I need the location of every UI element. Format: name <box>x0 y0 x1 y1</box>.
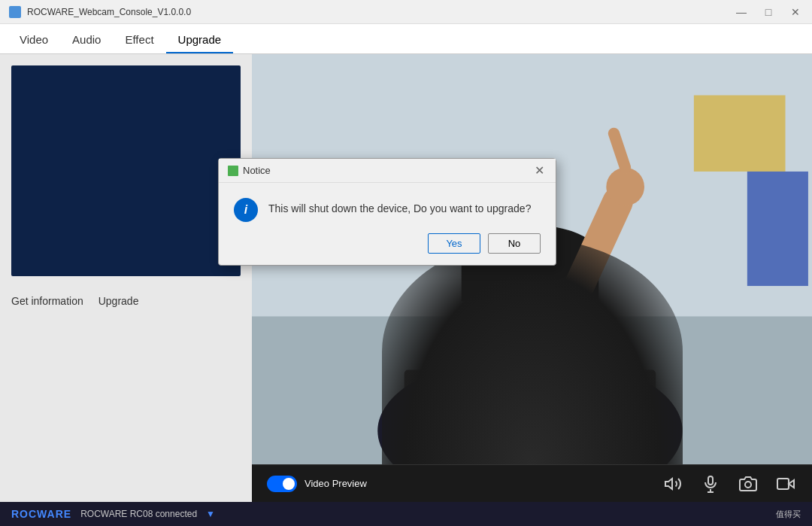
notice-dialog: Notice ✕ i This will shut down the devic… <box>218 158 556 266</box>
status-dropdown-arrow[interactable]: ▼ <box>206 509 215 519</box>
status-bar: ROCWARE ROCWARE RC08 connected ▼ 值得买 <box>0 502 812 526</box>
left-actions: Get information Upgrade <box>11 287 241 315</box>
bottom-toolbar: Video Preview <box>252 464 812 502</box>
window-controls: — □ ✕ <box>734 6 803 18</box>
dialog-message: This will shut down the device, Do you w… <box>268 198 531 214</box>
svg-rect-19 <box>708 476 713 485</box>
dialog-title: Notice <box>243 165 271 176</box>
svg-point-6 <box>377 354 682 464</box>
svg-rect-4 <box>747 172 808 286</box>
no-button[interactable]: No <box>488 233 541 254</box>
snapshot-icon[interactable] <box>737 473 759 495</box>
dialog-title-left: Notice <box>228 165 271 176</box>
tab-upgrade[interactable]: Upgrade <box>166 27 234 53</box>
video-preview-label: Video Preview <box>304 478 367 489</box>
get-info-button[interactable]: Get information <box>11 295 83 307</box>
minimize-button[interactable]: — <box>734 6 749 18</box>
record-icon[interactable] <box>774 473 797 495</box>
connection-status: ROCWARE RC08 connected <box>80 509 197 519</box>
title-bar-left: ROCWARE_Webcam_Console_V1.0.0.0 <box>9 6 191 18</box>
microphone-icon[interactable] <box>699 473 722 495</box>
app-icon <box>9 6 21 18</box>
maximize-button[interactable]: □ <box>761 6 776 18</box>
tab-audio[interactable]: Audio <box>60 27 113 53</box>
svg-rect-12 <box>480 301 523 327</box>
svg-marker-23 <box>789 480 794 488</box>
svg-point-22 <box>745 482 751 488</box>
svg-rect-13 <box>538 301 580 327</box>
upgrade-button[interactable]: Upgrade <box>98 295 139 307</box>
app-title: ROCWARE_Webcam_Console_V1.0.0.0 <box>27 7 191 17</box>
rocware-logo: ROCWARE <box>11 508 71 520</box>
app-container: Video Audio Effect Upgrade Get informati… <box>0 24 812 526</box>
watermark: 值得买 <box>776 509 801 520</box>
svg-rect-2 <box>252 317 812 464</box>
volume-icon[interactable] <box>662 473 684 495</box>
tab-bar: Video Audio Effect Upgrade <box>0 24 812 54</box>
svg-rect-24 <box>777 479 789 489</box>
dialog-title-bar: Notice ✕ <box>219 159 556 183</box>
content-area: Get information Upgrade <box>0 54 812 502</box>
svg-rect-7 <box>503 339 556 385</box>
dialog-app-icon <box>228 166 238 176</box>
info-icon: i <box>234 198 258 222</box>
preview-box <box>11 65 241 276</box>
close-button[interactable]: ✕ <box>788 6 803 18</box>
tab-video[interactable]: Video <box>8 27 60 53</box>
svg-marker-18 <box>665 479 672 489</box>
right-panel: Video Preview <box>252 54 812 502</box>
tab-effect[interactable]: Effect <box>113 27 165 53</box>
left-panel: Get information Upgrade <box>0 54 252 502</box>
dialog-body: i This will shut down the device, Do you… <box>219 183 556 233</box>
svg-rect-11 <box>477 324 583 378</box>
svg-rect-3 <box>694 96 786 172</box>
svg-rect-5 <box>404 369 656 464</box>
yes-button[interactable]: Yes <box>428 233 480 254</box>
dialog-buttons: Yes No <box>219 233 556 265</box>
dialog-close-button[interactable]: ✕ <box>532 163 547 178</box>
video-preview-toggle[interactable] <box>267 476 297 492</box>
title-bar: ROCWARE_Webcam_Console_V1.0.0.0 — □ ✕ <box>0 0 812 24</box>
video-preview-toggle-container: Video Preview <box>267 476 367 492</box>
